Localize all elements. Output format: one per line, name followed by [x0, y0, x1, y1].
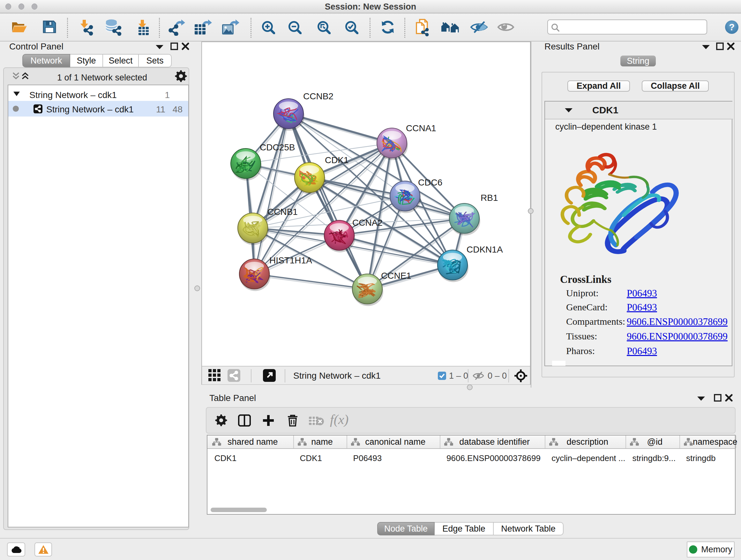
svg-text:CCNB1: CCNB1: [267, 207, 298, 217]
svg-text:?: ?: [729, 22, 735, 32]
svg-text:CDK1: CDK1: [325, 155, 349, 165]
svg-text:RB1: RB1: [481, 193, 498, 203]
svg-text:CDC25B: CDC25B: [260, 142, 295, 152]
svg-text:HIST1H1A: HIST1H1A: [269, 255, 312, 265]
svg-text:CDKN1A: CDKN1A: [467, 245, 503, 254]
svg-text:CDC6: CDC6: [418, 178, 442, 187]
svg-text:CCNB2: CCNB2: [303, 91, 333, 101]
svg-text:CCNA2: CCNA2: [352, 218, 383, 228]
svg-text:CCNA1: CCNA1: [406, 123, 436, 133]
svg-text:CCNE1: CCNE1: [381, 271, 411, 281]
